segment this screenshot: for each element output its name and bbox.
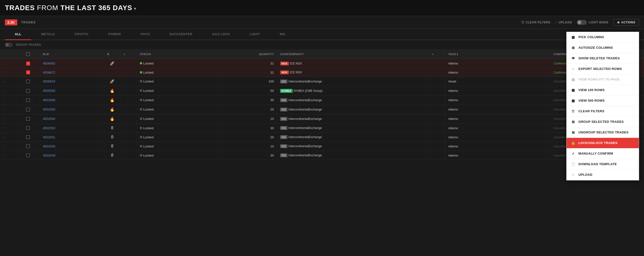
- tab-metals[interactable]: METALS: [31, 29, 64, 40]
- menu-item-view-500-rows[interactable]: ▦VIEW 500 ROWS: [566, 96, 639, 106]
- menu-item-upload[interactable]: ↑UPLOAD: [566, 170, 639, 180]
- actions-button[interactable]: ⊕ ACTIONS: [614, 19, 639, 26]
- tab-gas-lock[interactable]: GAS LOCK: [202, 29, 240, 40]
- counterparty-cell: ICEIntercontinentalExchange: [277, 133, 429, 142]
- checkbox-cell[interactable]: [16, 86, 40, 96]
- menu-item-ungroup-selected-trades[interactable]: ⊞UNGROUP SELECTED TRADES: [566, 127, 639, 138]
- cp-filter-cell: [429, 59, 445, 68]
- drag-handle-icon[interactable]: ⋮: [3, 70, 6, 74]
- drag-handle-cell[interactable]: ⋮: [0, 114, 16, 124]
- row-checkbox[interactable]: [26, 62, 30, 65]
- tab-crypto[interactable]: CRYPTO: [64, 29, 98, 40]
- drag-handle-icon[interactable]: ⋮: [3, 144, 6, 148]
- checkbox-cell[interactable]: [16, 77, 40, 86]
- drag-handle-cell[interactable]: ⋮: [0, 124, 16, 133]
- tab-wg[interactable]: WG: [270, 29, 295, 40]
- drag-handle-cell[interactable]: ⋮: [0, 133, 16, 142]
- menu-item-group-selected-trades[interactable]: ⊞GROUP SELECTED TRADES: [566, 117, 639, 127]
- mid-link[interactable]: 4502565: [43, 108, 56, 111]
- drag-handle-cell[interactable]: ⋮: [0, 142, 16, 151]
- tab-all[interactable]: ALL: [5, 29, 31, 40]
- checkbox-cell[interactable]: [16, 68, 40, 77]
- menu-item-download-template[interactable]: 📄DOWNLOAD TEMPLATE: [566, 159, 639, 170]
- menu-item-pick-columns[interactable]: ▦PICK COLUMNS: [566, 32, 639, 43]
- row-checkbox[interactable]: [26, 126, 30, 130]
- drag-handle-cell[interactable]: ⋮: [0, 105, 16, 114]
- row-checkbox[interactable]: [26, 117, 30, 121]
- checkbox-cell[interactable]: [16, 133, 40, 142]
- drag-handle-icon[interactable]: ⋮: [3, 89, 6, 93]
- drag-handle-cell[interactable]: ⋮: [0, 86, 16, 96]
- menu-item-clear-filters[interactable]: ▽CLEAR FILTERS: [566, 106, 639, 117]
- counterparty-name: IntercontinentalExchange: [288, 135, 322, 139]
- status-dot: [140, 127, 142, 129]
- row-checkbox[interactable]: [26, 135, 30, 139]
- mid-link[interactable]: 4502550: [43, 144, 56, 148]
- row-checkbox[interactable]: [26, 153, 30, 157]
- tab-power[interactable]: POWER: [98, 29, 131, 40]
- mid-link[interactable]: 4506682: [43, 62, 56, 65]
- drag-handle-cell[interactable]: ⋮: [0, 68, 16, 77]
- status-text: Locked: [143, 135, 154, 139]
- status-dot: [140, 108, 142, 111]
- menu-item-view-100-rows[interactable]: ▦VIEW 100 ROWS: [566, 85, 639, 96]
- mid-link[interactable]: 4505556: [43, 89, 56, 93]
- drag-handle-cell[interactable]: ⋮: [0, 59, 16, 68]
- row-checkbox[interactable]: [26, 108, 30, 112]
- row-checkbox[interactable]: [26, 80, 30, 83]
- col-filter-header[interactable]: ≡: [120, 50, 136, 59]
- menu-item-label-export-selected-rows: EXPORT SELECTED ROWS: [578, 67, 622, 71]
- counterparty-tag-badge: NGX: [280, 70, 289, 74]
- checkbox-cell[interactable]: [16, 124, 40, 133]
- drag-handle-cell[interactable]: ⋮: [0, 77, 16, 86]
- drag-handle-icon[interactable]: ⋮: [3, 126, 6, 130]
- checkbox-cell[interactable]: [16, 114, 40, 124]
- mid-link[interactable]: 4506624: [43, 80, 56, 83]
- checkbox-cell[interactable]: [16, 142, 40, 151]
- mid-link[interactable]: 4502564: [43, 117, 56, 121]
- clear-filters-button[interactable]: ▽ CLEAR FILTERS: [522, 20, 550, 24]
- mid-link[interactable]: 4502566: [43, 98, 56, 102]
- drag-handle-icon[interactable]: ⋮: [3, 108, 6, 112]
- menu-item-manually-confirm[interactable]: ✓MANUALLY CONFIRM: [566, 148, 639, 159]
- checkbox-cell[interactable]: [16, 151, 40, 160]
- title-dropdown-icon[interactable]: ▾: [134, 6, 136, 11]
- group-trades-toggle[interactable]: [5, 43, 13, 47]
- drag-handle-cell[interactable]: ⋮: [0, 151, 16, 160]
- upload-button[interactable]: ↑ UPLOAD: [556, 20, 572, 24]
- drag-handle-icon[interactable]: ⋮: [3, 80, 6, 83]
- col-cp-filter-header[interactable]: ≡: [429, 50, 445, 59]
- menu-item-show-deleted-trades[interactable]: 👁SHOW DELETED TRADES: [566, 53, 639, 64]
- checkbox-cell[interactable]: [16, 96, 40, 105]
- mid-link[interactable]: 4502549: [43, 154, 56, 157]
- tab-phys[interactable]: PHYS: [131, 29, 160, 40]
- row-checkbox[interactable]: [26, 70, 30, 74]
- table-row: ⋮4506624🚀Locked100ICEIntercontinentalExc…: [0, 77, 644, 86]
- select-all-checkbox[interactable]: [26, 52, 30, 56]
- mid-link[interactable]: 4506672: [43, 71, 56, 74]
- row-checkbox[interactable]: [26, 98, 30, 102]
- menu-item-autosize-columns[interactable]: ⊞AUTOSIZE COLUMNS: [566, 43, 639, 53]
- counterparty-tag-badge: ICE: [280, 80, 288, 83]
- drag-handle-icon[interactable]: ⋮: [3, 135, 6, 139]
- tab-datacenter[interactable]: DATACENTER: [160, 29, 202, 40]
- light-mode-toggle[interactable]: [577, 20, 587, 25]
- mid-link[interactable]: 4502551: [43, 135, 56, 139]
- menu-item-export-selected-rows[interactable]: ↑EXPORT SELECTED ROWS: [566, 64, 639, 74]
- drag-handle-icon[interactable]: ⋮: [3, 62, 6, 65]
- row-checkbox[interactable]: [26, 144, 30, 148]
- col-check-header[interactable]: [16, 50, 40, 59]
- status-cell: Locked: [136, 142, 218, 151]
- checkbox-cell[interactable]: [16, 105, 40, 114]
- drag-handle-icon[interactable]: ⋮: [3, 117, 6, 121]
- menu-item-lock-unlock-trades[interactable]: 🔒LOCK/UNLOCK TRADES: [566, 138, 639, 148]
- drag-handle-cell[interactable]: ⋮: [0, 96, 16, 105]
- status-cell: Locked: [136, 68, 218, 77]
- checkbox-cell[interactable]: [16, 59, 40, 68]
- col-sort-header[interactable]: ⇅: [104, 50, 120, 59]
- drag-handle-icon[interactable]: ⋮: [3, 153, 6, 157]
- tab-light[interactable]: LIGHT: [240, 29, 270, 40]
- row-checkbox[interactable]: [26, 89, 30, 93]
- drag-handle-icon[interactable]: ⋮: [3, 98, 6, 102]
- mid-link[interactable]: 4502552: [43, 126, 56, 130]
